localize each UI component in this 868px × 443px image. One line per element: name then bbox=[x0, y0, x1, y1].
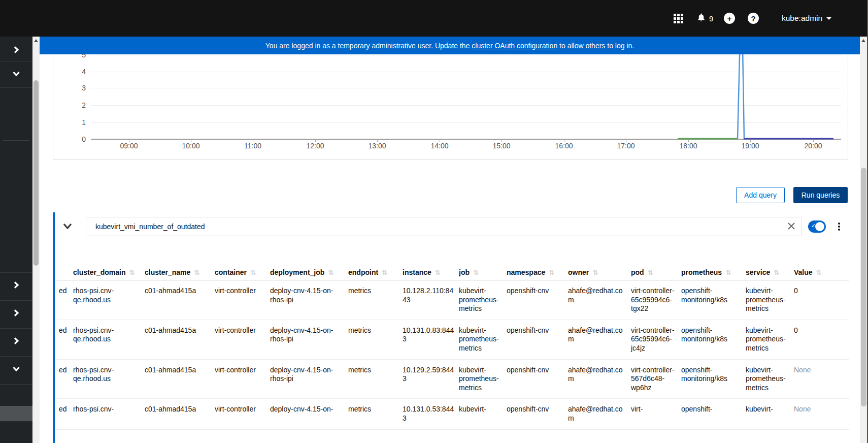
sort-icon: ⇅ bbox=[774, 269, 779, 276]
table-cell: kubevirt- bbox=[459, 399, 507, 429]
sidebar-item-highlighted[interactable] bbox=[0, 406, 32, 421]
column-header[interactable]: owner⇅ bbox=[568, 265, 631, 280]
column-header[interactable]: Value⇅ bbox=[794, 265, 849, 280]
table-cell: openshift-cnv bbox=[507, 320, 568, 359]
query-enabled-toggle[interactable]: ✓ bbox=[808, 220, 826, 233]
table-cell: virt-controller bbox=[215, 320, 270, 359]
help-icon[interactable]: ? bbox=[748, 13, 759, 24]
sidebar-group-2[interactable] bbox=[0, 62, 32, 87]
column-header[interactable]: instance⇅ bbox=[403, 265, 459, 280]
app-launcher-icon[interactable] bbox=[674, 14, 683, 23]
x-tick-label: 20:00 bbox=[804, 142, 822, 150]
sidebar-group-6[interactable] bbox=[0, 357, 32, 383]
add-query-button[interactable]: Add query bbox=[736, 187, 785, 203]
run-queries-button[interactable]: Run queries bbox=[793, 187, 848, 203]
table-cell: openshift- bbox=[681, 399, 746, 429]
add-icon[interactable]: + bbox=[724, 13, 735, 24]
table-row: ed rhos-psi.cnv- c01-ahmad415a virt-cont… bbox=[56, 399, 849, 429]
table-row: ed rhos-psi.cnv-qe.rhood.us c01-ahmad415… bbox=[56, 320, 849, 359]
column-header[interactable]: cluster_domain⇅ bbox=[73, 265, 145, 280]
table-cell: virt- bbox=[631, 399, 681, 429]
table-cell: rhos-psi.cnv- bbox=[73, 399, 145, 429]
x-tick-label: 11:00 bbox=[244, 142, 261, 150]
openshift-console: 9 + ? kube:admin You are logged in as a … bbox=[0, 0, 868, 443]
table-cell: metrics bbox=[348, 399, 403, 429]
x-tick-label: 10:00 bbox=[182, 142, 199, 150]
chevron-down-icon bbox=[12, 365, 20, 375]
column-header[interactable]: endpoint⇅ bbox=[348, 265, 403, 280]
table-cell: openshift-monitoring/k8s bbox=[681, 359, 746, 399]
x-tick-label: 19:00 bbox=[741, 142, 759, 150]
banner-text-after: to allow others to log in. bbox=[557, 42, 634, 50]
table-cell: deploy-cnv-4.15-on-rhos-ipi bbox=[270, 359, 348, 399]
main-scrollbar-up-button[interactable] bbox=[860, 38, 867, 44]
oauth-configuration-link[interactable]: cluster OAuth configuration bbox=[472, 42, 557, 50]
sort-icon: ⇅ bbox=[328, 269, 333, 276]
table-cell: ahafe@redhat.com bbox=[568, 359, 631, 399]
sort-icon: ⇅ bbox=[435, 269, 441, 276]
x-tick-label: 13:00 bbox=[368, 142, 386, 150]
user-menu[interactable]: kube:admin bbox=[782, 14, 831, 23]
table-cell: rhos-psi.cnv-qe.rhood.us bbox=[73, 359, 145, 399]
sidebar-scrollbar-up-button[interactable] bbox=[32, 38, 40, 44]
table-cell: kubevirt- bbox=[746, 399, 794, 429]
table-header-row: cluster_domain⇅ cluster_name⇅ container⇅… bbox=[56, 265, 849, 280]
clear-query-x-icon[interactable] bbox=[787, 222, 797, 232]
column-header[interactable]: service⇅ bbox=[746, 265, 794, 280]
sidebar-group-3[interactable] bbox=[0, 273, 32, 299]
y-tick-label: 4 bbox=[65, 68, 86, 76]
notifications-button[interactable]: 9 bbox=[696, 13, 713, 24]
x-tick-label: 16:00 bbox=[555, 142, 573, 150]
sidebar-scrollbar-thumb[interactable] bbox=[34, 80, 39, 266]
query-expression-input[interactable] bbox=[86, 217, 802, 236]
chart-series-lines bbox=[91, 46, 841, 140]
x-tick-label: 17:00 bbox=[617, 142, 635, 150]
sidebar-group-4[interactable] bbox=[0, 301, 32, 327]
sort-icon: ⇅ bbox=[816, 269, 822, 276]
sort-icon: ⇅ bbox=[648, 269, 653, 276]
toggle-knob bbox=[815, 222, 824, 231]
kebab-menu-icon[interactable] bbox=[835, 220, 843, 233]
table-cell: ahafe@redhat.com bbox=[568, 320, 631, 359]
table-cell: ed bbox=[56, 359, 73, 399]
table-cell: None bbox=[794, 359, 849, 399]
table-cell: c01-ahmad415a bbox=[145, 280, 215, 320]
table-cell: deploy-cnv-4.15-on-rhos-ipi bbox=[270, 320, 348, 359]
table-cell: virt-controller bbox=[215, 280, 270, 320]
table-cell: ed bbox=[56, 280, 73, 320]
column-header[interactable]: namespace⇅ bbox=[507, 265, 568, 280]
column-header[interactable]: pod⇅ bbox=[631, 265, 681, 280]
y-tick-label: 3 bbox=[65, 84, 86, 92]
chevron-right-icon bbox=[12, 281, 20, 291]
table-cell: deploy-cnv-4.15-on- bbox=[270, 399, 348, 429]
chevron-right-icon bbox=[12, 309, 20, 319]
chevron-right-icon bbox=[12, 46, 20, 56]
sort-icon: ⇅ bbox=[592, 269, 598, 276]
table-cell: openshift-cnv bbox=[507, 399, 568, 429]
main-scrollbar-thumb[interactable] bbox=[861, 168, 866, 406]
table-cell: kubevirt-prometheus-metrics bbox=[459, 359, 507, 399]
column-header[interactable]: cluster_name⇅ bbox=[145, 265, 215, 280]
y-tick-label: 2 bbox=[65, 101, 86, 109]
table-row: ed rhos-psi.cnv-qe.rhood.us c01-ahmad415… bbox=[56, 280, 849, 320]
table-cell: virt-controller-567d6c48-wp6hz bbox=[631, 359, 681, 399]
sidebar-group-1[interactable] bbox=[0, 38, 32, 64]
login-banner: You are logged in as a temporary adminis… bbox=[40, 37, 860, 54]
table-cell: kubevirt-prometheus-metrics bbox=[459, 280, 507, 320]
query-collapse-chevron-down-icon[interactable] bbox=[62, 222, 74, 232]
table-cell: kubevirt-prometheus-metrics bbox=[459, 320, 507, 359]
sort-icon: ⇅ bbox=[250, 269, 256, 276]
sort-icon: ⇅ bbox=[549, 269, 554, 276]
sidebar-group-5[interactable] bbox=[0, 329, 32, 355]
column-header[interactable]: container⇅ bbox=[215, 265, 270, 280]
table-cell: None bbox=[794, 399, 849, 429]
metrics-chart: 5 4 3 2 1 0 09:00 10:00 11:00 12:00 13:0… bbox=[53, 46, 848, 160]
column-header[interactable]: deployment_job⇅ bbox=[270, 265, 348, 280]
column-header[interactable]: prometheus⇅ bbox=[681, 265, 746, 280]
table-row: ed rhos-psi.cnv-qe.rhood.us c01-ahmad415… bbox=[56, 359, 849, 399]
triangle-up-icon bbox=[861, 39, 865, 42]
column-header[interactable]: job⇅ bbox=[459, 265, 507, 280]
table-cell: 0 bbox=[794, 280, 849, 320]
table-cell: c01-ahmad415a bbox=[145, 320, 215, 359]
triangle-up-icon bbox=[34, 39, 38, 42]
